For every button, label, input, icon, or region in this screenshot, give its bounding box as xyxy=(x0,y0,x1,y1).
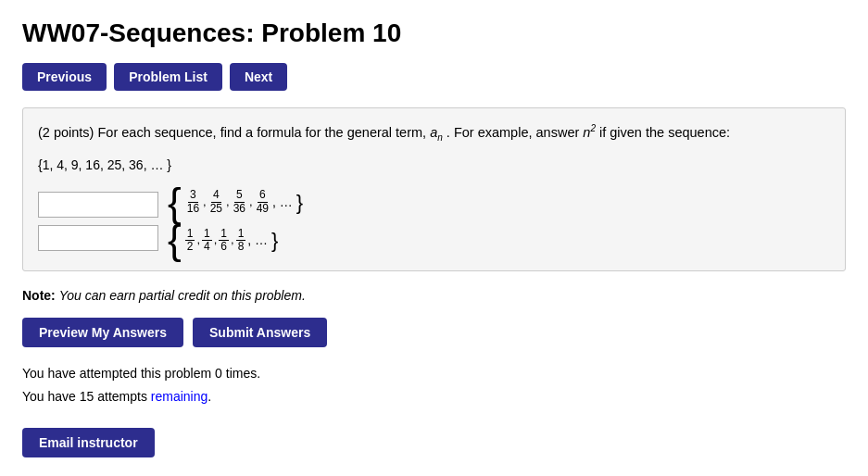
variable-text: an xyxy=(430,125,443,140)
frac-2-1: 12 xyxy=(185,228,195,253)
problem-intro: (2 points) For each sequence, find a for… xyxy=(38,121,830,145)
frac-2-2: 14 xyxy=(202,228,212,253)
sequences-container: { { 316 , 425 , 536 , 649 , … } 12 , 14 xyxy=(38,184,830,257)
note-text: You can earn partial credit on this prob… xyxy=(59,288,306,303)
example-sequence: {1, 4, 9, 16, 25, 36, … } xyxy=(38,155,830,175)
sep-1-2: , xyxy=(226,193,230,212)
close-brace-1: } xyxy=(296,186,303,219)
answer-input-1[interactable] xyxy=(38,192,158,218)
open-brace-wrapper: { { xyxy=(168,184,182,257)
frac-1-1: 316 xyxy=(185,189,201,214)
action-buttons: Preview My Answers Submit Answers xyxy=(22,318,846,347)
input-column xyxy=(38,192,158,251)
frac-2-4: 18 xyxy=(236,228,246,253)
close-brace-2: } xyxy=(271,224,278,257)
previous-button[interactable]: Previous xyxy=(22,63,107,91)
next-button[interactable]: Next xyxy=(230,63,287,91)
attempts-line-2: You have 15 attempts remaining. xyxy=(22,385,846,408)
attempts-remaining-count: 15 xyxy=(80,389,94,404)
dots-2: , … xyxy=(247,230,268,250)
nav-buttons: Previous Problem List Next xyxy=(22,63,846,91)
example-formula: n2 xyxy=(583,125,596,140)
frac-1-4: 649 xyxy=(255,189,270,214)
example-suffix: if given the sequence: xyxy=(599,125,730,140)
sep-2-2: , xyxy=(214,231,218,250)
attempts-suffix-2: . xyxy=(208,389,211,404)
open-brace-1: { xyxy=(168,184,182,221)
problem-box: (2 points) For each sequence, find a for… xyxy=(22,107,846,271)
open-brace-2: { xyxy=(168,221,182,258)
note-section: Note: You can earn partial credit on thi… xyxy=(22,288,846,303)
points-label: (2 points) xyxy=(38,125,94,140)
note-label: Note: xyxy=(22,288,56,303)
attempts-prefix-1: You have attempted this problem xyxy=(22,366,215,381)
attempts-count: 0 xyxy=(215,366,222,381)
attempts-line-1: You have attempted this problem 0 times. xyxy=(22,362,846,385)
example-prefix: . For example, answer xyxy=(447,125,579,140)
attempts-middle: attempts xyxy=(94,389,150,404)
preview-button[interactable]: Preview My Answers xyxy=(22,318,183,347)
frac-2-3: 16 xyxy=(219,228,229,253)
problem-list-button[interactable]: Problem List xyxy=(114,63,222,91)
frac-1-3: 536 xyxy=(232,189,247,214)
attempts-suffix-1: times. xyxy=(222,366,260,381)
sep-1-1: , xyxy=(203,193,207,212)
remaining-link[interactable]: remaining xyxy=(151,389,208,404)
page-title: WW07-Sequences: Problem 10 xyxy=(22,19,846,48)
sequence-2-line: 12 , 14 , 16 , 18 , … } xyxy=(185,224,303,257)
attempts-section: You have attempted this problem 0 times.… xyxy=(22,362,846,408)
email-instructor-button[interactable]: Email instructor xyxy=(22,428,155,457)
attempts-prefix-2: You have xyxy=(22,389,80,404)
instruction-text: For each sequence, find a formula for th… xyxy=(97,125,426,140)
fraction-sequences: 316 , 425 , 536 , 649 , … } 12 , 14 , 16… xyxy=(185,186,303,257)
submit-button[interactable]: Submit Answers xyxy=(193,318,327,347)
sep-2-1: , xyxy=(196,231,200,250)
frac-1-2: 425 xyxy=(208,189,224,214)
sep-1-3: , xyxy=(249,193,253,212)
answer-input-2[interactable] xyxy=(38,225,158,251)
dots-1: , … xyxy=(272,192,293,212)
sep-2-3: , xyxy=(231,231,234,250)
sequence-1-line: 316 , 425 , 536 , 649 , … } xyxy=(185,186,303,219)
